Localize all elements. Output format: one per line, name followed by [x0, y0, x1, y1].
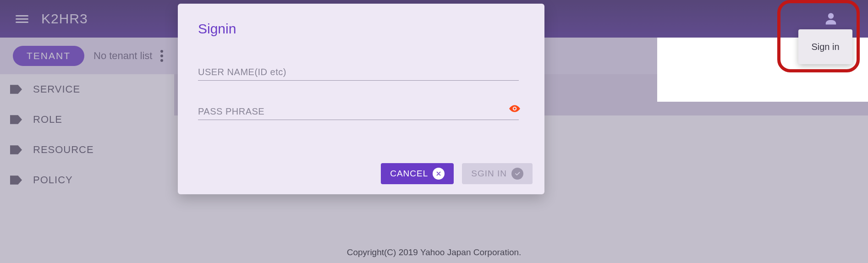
- signin-button[interactable]: SGIN IN: [462, 163, 533, 184]
- footer-copyright: Copyright(C) 2019 Yahoo Japan Corporatio…: [0, 247, 868, 258]
- signin-dialog: Signin CANCEL SGIN IN: [178, 4, 544, 194]
- dialog-title: Signin: [198, 21, 524, 37]
- signin-button-label: SGIN IN: [471, 169, 507, 179]
- cancel-button-label: CANCEL: [390, 169, 428, 179]
- dialog-actions: CANCEL SGIN IN: [381, 163, 533, 184]
- signin-popover[interactable]: Sign in: [798, 29, 852, 64]
- username-field: [198, 64, 524, 81]
- cancel-button[interactable]: CANCEL: [381, 163, 454, 184]
- account-avatar-icon[interactable]: [821, 9, 841, 28]
- close-circle-icon: [433, 168, 445, 180]
- username-input[interactable]: [198, 64, 519, 81]
- passphrase-field: [198, 104, 524, 120]
- check-circle-icon: [511, 168, 523, 180]
- passphrase-input[interactable]: [198, 104, 519, 120]
- signin-popover-label: Sign in: [811, 42, 839, 52]
- visibility-icon[interactable]: [509, 103, 521, 115]
